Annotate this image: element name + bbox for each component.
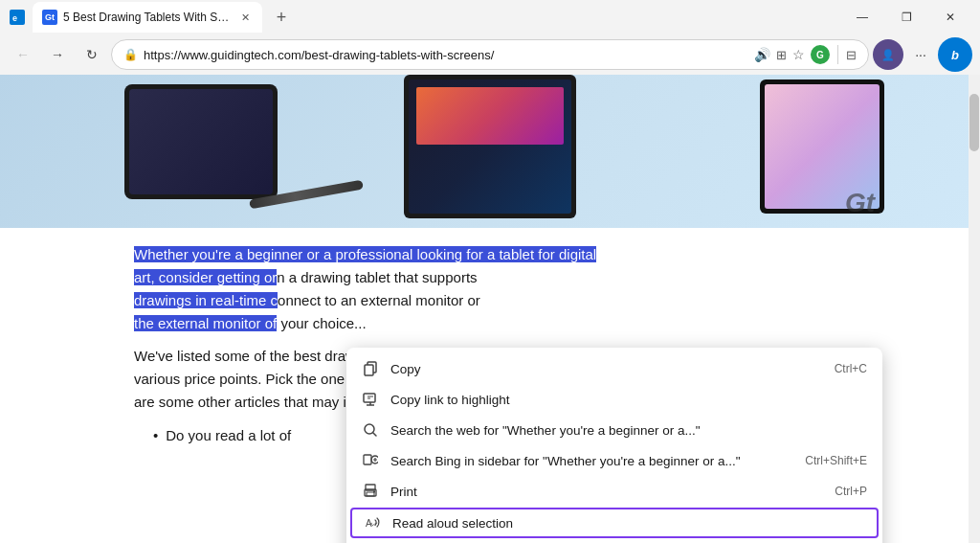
search-web-icon [362, 421, 379, 439]
profile-button[interactable]: 👤 [873, 39, 903, 70]
title-bar-left: e Gt 5 Best Drawing Tablets With Scre ✕ … [8, 2, 295, 33]
bullet-text: Do you read a lot of [166, 425, 291, 447]
normal-text-3: onnect to an external monitor or [278, 292, 480, 308]
tab-favicon: Gt [42, 10, 57, 25]
menu-item-copy-link[interactable]: Copy link to highlight [346, 384, 882, 415]
menu-item-search-bing[interactable]: Search Bing in sidebar for "Whether you'… [346, 445, 882, 476]
window-controls: — ❐ ✕ [840, 2, 972, 33]
browser-tab[interactable]: Gt 5 Best Drawing Tablets With Scre ✕ [33, 2, 262, 33]
gt-logo: Gt [845, 188, 875, 218]
highlighted-text-line2: art, consider getting or [134, 269, 277, 285]
search-bing-shortcut: Ctrl+Shift+E [805, 454, 867, 467]
address-text: https://www.guidingtech.com/best-drawing… [144, 48, 748, 62]
highlighted-text-line3: drawings in real-time c [134, 292, 278, 308]
collections-icon[interactable]: ⊞ [776, 48, 787, 62]
normal-text-2: n a drawing tablet that supports [277, 269, 477, 285]
forward-button[interactable]: → [42, 39, 73, 70]
grammarly-icon[interactable]: G [811, 45, 830, 64]
tablet-center [404, 75, 576, 218]
hero-image: Gt [0, 75, 980, 228]
browser-icon: e [8, 8, 27, 27]
scrollbar-thumb[interactable] [969, 94, 979, 151]
new-tab-button[interactable]: + [268, 4, 295, 31]
tablet-left [124, 84, 278, 199]
divider [837, 45, 838, 64]
svg-text:᭙: ᭙ [370, 521, 378, 530]
svg-rect-3 [365, 365, 373, 375]
favorites-icon[interactable]: ☆ [792, 47, 805, 62]
scrollbar[interactable] [969, 75, 980, 543]
menu-item-print[interactable]: Print Ctrl+P [346, 476, 882, 507]
print-icon [362, 483, 379, 500]
search-bing-icon [362, 452, 379, 469]
read-aloud-label: Read aloud selection [392, 516, 865, 531]
svg-rect-6 [364, 455, 371, 464]
highlighted-text-line1: Whether you're a beginner or a professio… [134, 246, 596, 262]
menu-item-immersive[interactable]: Open selection in Immersive Reader [346, 539, 882, 543]
close-button[interactable]: ✕ [928, 2, 972, 33]
print-label: Print [390, 485, 823, 499]
search-bing-label: Search Bing in sidebar for "Whether you'… [390, 454, 793, 468]
lock-icon: 🔒 [123, 48, 138, 61]
menu-item-copy[interactable]: Copy Ctrl+C [346, 353, 882, 384]
nav-bar: ← → ↻ 🔒 https://www.guidingtech.com/best… [0, 34, 980, 75]
settings-button[interactable]: ··· [905, 39, 936, 70]
copy-link-label: Copy link to highlight [390, 393, 867, 407]
copy-icon [362, 360, 379, 377]
content-area: Gt Whether you're a beginner or a profes… [0, 75, 980, 543]
bullet-dot: • [153, 425, 158, 447]
copy-shortcut: Ctrl+C [835, 362, 867, 375]
read-aloud-icon: A ᭙ [364, 514, 381, 532]
menu-item-search-web[interactable]: Search the web for "Whether you're a beg… [346, 415, 882, 445]
svg-text:e: e [12, 13, 17, 23]
nav-tools: 👤 ··· b [873, 37, 972, 72]
highlighted-text-line4: the external monitor of [134, 315, 277, 331]
bing-button[interactable]: b [938, 37, 972, 72]
minimize-button[interactable]: — [840, 2, 884, 33]
title-bar: e Gt 5 Best Drawing Tablets With Scre ✕ … [0, 0, 980, 34]
print-shortcut: Ctrl+P [835, 485, 867, 498]
menu-item-read-aloud[interactable]: A ᭙ Read aloud selection [350, 508, 879, 538]
normal-text-4: your choice... [277, 315, 366, 331]
svg-rect-11 [373, 491, 375, 493]
context-menu: Copy Ctrl+C Copy link to highlight [346, 348, 882, 543]
copy-label: Copy [390, 362, 823, 376]
tab-close-button[interactable]: ✕ [237, 10, 253, 25]
maximize-button[interactable]: ❐ [884, 2, 928, 33]
read-aloud-icon[interactable]: 🔊 [754, 47, 770, 62]
back-button[interactable]: ← [8, 39, 38, 70]
address-bar[interactable]: 🔒 https://www.guidingtech.com/best-drawi… [111, 39, 869, 70]
search-web-label: Search the web for "Whether you're a beg… [390, 423, 867, 438]
refresh-button[interactable]: ↻ [77, 39, 107, 70]
copy-link-icon [362, 391, 379, 408]
sidebar-icon[interactable]: ⊟ [846, 48, 857, 62]
tab-title: 5 Best Drawing Tablets With Scre [63, 11, 232, 24]
paragraph-1: Whether you're a beginner or a professio… [134, 243, 823, 335]
